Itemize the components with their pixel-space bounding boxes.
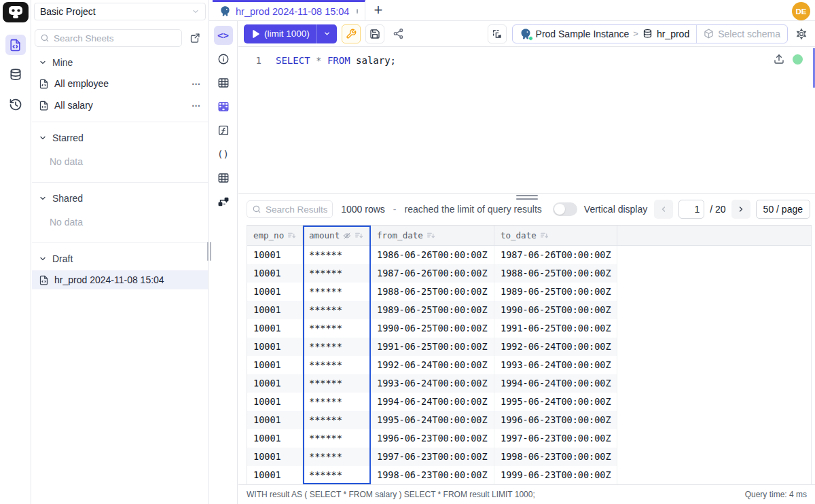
cell-amount[interactable]: ****** — [303, 393, 371, 411]
sheet-item-all-salary[interactable]: All salary ⋯ — [32, 96, 208, 115]
tables-panel-button[interactable] — [214, 73, 233, 92]
next-page-button[interactable] — [731, 200, 750, 219]
functions-panel-button[interactable] — [214, 121, 233, 140]
cell-emp_no[interactable]: 10001 — [247, 246, 303, 264]
save-sheet-button[interactable] — [365, 24, 384, 43]
bytebase-logo-icon[interactable] — [3, 2, 29, 22]
section-shared-header[interactable]: Shared — [32, 190, 208, 207]
cell-to_date[interactable]: 1988-06-25T00:00:00Z — [494, 264, 617, 283]
format-sql-button[interactable] — [342, 24, 361, 43]
cell-amount[interactable]: ****** — [303, 466, 371, 484]
column-header-emp-no[interactable]: emp_no — [247, 226, 303, 245]
cell-to_date[interactable]: 1991-06-25T00:00:00Z — [494, 319, 617, 338]
cell-from_date[interactable]: 1989-06-25T00:00:00Z — [371, 301, 494, 319]
cell-emp_no[interactable]: 10001 — [247, 448, 303, 466]
cell-from_date[interactable]: 1993-06-24T00:00:00Z — [371, 374, 494, 393]
more-icon[interactable]: ⋯ — [192, 79, 201, 89]
cell-emp_no[interactable]: 10001 — [247, 319, 303, 338]
cell-amount[interactable]: ****** — [303, 356, 371, 374]
cell-emp_no[interactable]: 10001 — [247, 338, 303, 356]
cell-amount[interactable]: ****** — [303, 319, 371, 338]
cell-from_date[interactable]: 1992-06-24T00:00:00Z — [371, 356, 494, 374]
project-select[interactable]: Basic Project — [34, 3, 206, 20]
cell-emp_no[interactable]: 10001 — [247, 356, 303, 374]
procedures-panel-button[interactable]: () — [214, 145, 233, 164]
cell-amount[interactable]: ****** — [303, 283, 371, 301]
cell-to_date[interactable]: 1989-06-25T00:00:00Z — [494, 283, 617, 301]
cell-from_date[interactable]: 1986-06-26T00:00:00Z — [371, 246, 494, 264]
history-rail-button[interactable] — [5, 94, 26, 115]
page-size-select[interactable]: 50 / page — [756, 200, 810, 219]
cell-emp_no[interactable]: 10001 — [247, 283, 303, 301]
cell-from_date[interactable]: 1996-06-23T00:00:00Z — [371, 429, 494, 448]
cell-amount[interactable]: ****** — [303, 411, 371, 429]
databases-rail-button[interactable] — [5, 65, 26, 85]
cell-to_date[interactable]: 1996-06-23T00:00:00Z — [494, 411, 617, 429]
sheet-item-all-employee[interactable]: All employee ⋯ — [32, 74, 208, 93]
cell-to_date[interactable]: 1999-06-23T00:00:00Z — [494, 466, 617, 484]
cell-emp_no[interactable]: 10001 — [247, 466, 303, 484]
cell-emp_no[interactable]: 10001 — [247, 374, 303, 393]
cell-to_date[interactable]: 1994-06-24T00:00:00Z — [494, 374, 617, 393]
batch-query-button[interactable] — [488, 24, 507, 43]
section-draft-header[interactable]: Draft — [32, 250, 208, 268]
cell-from_date[interactable]: 1995-06-24T00:00:00Z — [371, 411, 494, 429]
info-panel-button[interactable] — [214, 50, 233, 69]
cell-from_date[interactable]: 1997-06-23T00:00:00Z — [371, 448, 494, 466]
vertical-display-toggle[interactable] — [553, 202, 577, 216]
new-tab-button[interactable]: + — [365, 0, 391, 20]
import-sheet-button[interactable] — [186, 30, 202, 46]
section-starred-header[interactable]: Starred — [32, 129, 208, 147]
sql-editor[interactable]: 1 SELECT * FROM salary; — [238, 47, 815, 193]
ai-assistant-button[interactable] — [793, 26, 810, 42]
section-mine-header[interactable]: Mine — [32, 54, 208, 71]
column-header-amount[interactable]: amount — [303, 226, 371, 245]
column-header-to-date[interactable]: to_date — [494, 226, 617, 245]
cell-to_date[interactable]: 1998-06-23T00:00:00Z — [494, 448, 617, 466]
column-header-from-date[interactable]: from_date — [371, 226, 494, 245]
cell-from_date[interactable]: 1988-06-25T00:00:00Z — [371, 283, 494, 301]
cell-from_date[interactable]: 1991-06-25T00:00:00Z — [371, 338, 494, 356]
search-results-input[interactable] — [266, 204, 327, 215]
cell-to_date[interactable]: 1992-06-24T00:00:00Z — [494, 338, 617, 356]
cell-from_date[interactable]: 1987-06-26T00:00:00Z — [371, 264, 494, 283]
sheet-item-draft-current[interactable]: hr_prod 2024-11-08 15:04 — [32, 270, 208, 289]
more-icon[interactable]: ⋯ — [192, 101, 201, 111]
instance-database-selector[interactable]: Prod Sample Instance > hr_prod — [513, 28, 697, 40]
cell-to_date[interactable]: 1995-06-24T00:00:00Z — [494, 393, 617, 411]
schema-selector[interactable]: Select schema — [696, 25, 787, 43]
code-panel-button[interactable]: <> — [214, 26, 233, 45]
cell-to_date[interactable]: 1990-06-25T00:00:00Z — [494, 301, 617, 319]
cell-amount[interactable]: ****** — [303, 301, 371, 319]
user-avatar[interactable]: DE — [792, 2, 810, 20]
cell-from_date[interactable]: 1990-06-25T00:00:00Z — [371, 319, 494, 338]
cell-emp_no[interactable]: 10001 — [247, 411, 303, 429]
upload-sql-icon[interactable] — [774, 54, 784, 65]
cell-to_date[interactable]: 1987-06-26T00:00:00Z — [494, 246, 617, 264]
cell-emp_no[interactable]: 10001 — [247, 301, 303, 319]
cell-emp_no[interactable]: 10001 — [247, 393, 303, 411]
cell-to_date[interactable]: 1997-06-23T00:00:00Z — [494, 429, 617, 448]
run-query-button[interactable]: (limit 1000) — [244, 24, 337, 43]
masked-tables-panel-button[interactable] — [214, 97, 233, 116]
prev-page-button[interactable] — [654, 200, 673, 219]
cell-from_date[interactable]: 1998-06-23T00:00:00Z — [371, 466, 494, 484]
cell-amount[interactable]: ****** — [303, 264, 371, 283]
cell-from_date[interactable]: 1994-06-24T00:00:00Z — [371, 393, 494, 411]
cell-amount[interactable]: ****** — [303, 448, 371, 466]
run-options-caret[interactable] — [317, 30, 337, 37]
sidebar-resize-handle[interactable] — [207, 242, 213, 261]
tab-active-worksheet[interactable]: hr_prod 2024-11-08 15:04 — [213, 0, 365, 20]
cell-emp_no[interactable]: 10001 — [247, 264, 303, 283]
panel-resize-handle[interactable] — [516, 195, 538, 202]
schema-diagram-panel-button[interactable] — [214, 192, 233, 211]
cell-amount[interactable]: ****** — [303, 429, 371, 448]
search-sheets-input[interactable] — [54, 33, 177, 43]
worksheet-rail-button[interactable] — [5, 35, 26, 55]
cell-amount[interactable]: ****** — [303, 338, 371, 356]
cell-to_date[interactable]: 1993-06-24T00:00:00Z — [494, 356, 617, 374]
cell-amount[interactable]: ****** — [303, 246, 371, 264]
share-sheet-button[interactable] — [389, 24, 408, 43]
views-panel-button[interactable] — [214, 168, 233, 187]
cell-amount[interactable]: ****** — [303, 374, 371, 393]
